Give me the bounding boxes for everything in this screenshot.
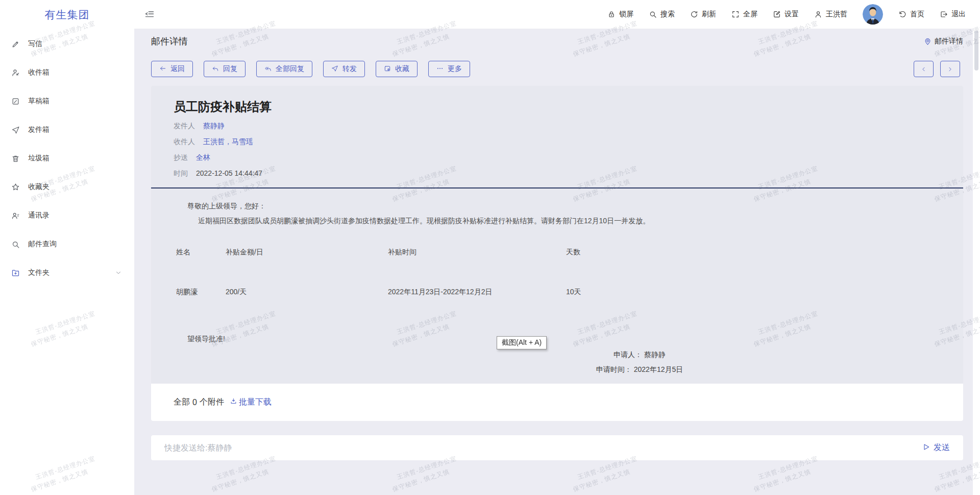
sidebar-item-mail-search[interactable]: 邮件查询: [0, 230, 134, 258]
col-days: 天数: [566, 248, 941, 272]
mail-from-row: 发件人 蔡静静: [174, 118, 941, 134]
attachments-suffix: 个附件: [200, 397, 224, 408]
page-title: 邮件详情: [151, 35, 188, 48]
location-pin-icon: [924, 38, 932, 45]
user-icon: [814, 10, 822, 18]
search-button[interactable]: 搜索: [649, 10, 675, 19]
arrow-left-icon: [159, 65, 166, 74]
sidebar-nav: 写信 收件箱 草稿箱 发件箱 垃圾箱 收藏夹: [0, 30, 134, 287]
forward-button[interactable]: 转发: [323, 61, 365, 77]
mail-cc-row: 抄送 全林: [174, 150, 941, 166]
header-action-label: 退出: [951, 10, 966, 19]
sidebar-item-contacts[interactable]: 通讯录: [0, 201, 134, 230]
favorite-button[interactable]: 收藏: [376, 61, 418, 77]
mail-time-row: 时间 2022-12-05 14:44:47: [174, 166, 941, 181]
screenshot-tooltip: 截图(Alt + A): [497, 336, 547, 349]
current-user-button[interactable]: 王洪哲: [814, 10, 847, 19]
refresh-icon: [690, 10, 698, 18]
quick-send-input[interactable]: [164, 443, 922, 453]
home-button[interactable]: 首页: [898, 10, 924, 19]
button-label: 回复: [223, 64, 237, 74]
quick-send-bar: 发送: [151, 435, 963, 460]
time-label: 时间: [174, 166, 188, 181]
sidebar-item-sent[interactable]: 发件箱: [0, 115, 134, 144]
apply-time-label: 申请时间：: [596, 365, 632, 373]
main-area: 锁屏 搜索 刷新 全屏 设置: [134, 0, 980, 495]
lock-screen-button[interactable]: 锁屏: [607, 10, 633, 19]
contacts-icon: [11, 211, 20, 220]
to-contact-link[interactable]: 王洪哲，马雪瑶: [203, 134, 253, 150]
mail-time-value: 2022-12-05 14:44:47: [196, 166, 262, 181]
table-header-row: 姓名 补贴金额/日 补贴时间 天数: [176, 248, 941, 272]
applicant-label: 申请人：: [614, 350, 642, 359]
header-action-label: 搜索: [660, 10, 675, 19]
header-action-label: 刷新: [702, 10, 716, 19]
next-mail-button[interactable]: [940, 61, 960, 77]
reply-all-button[interactable]: 全部回复: [256, 61, 312, 77]
from-label: 发件人: [174, 118, 195, 134]
logout-icon: [940, 10, 948, 18]
button-label: 转发: [342, 64, 357, 74]
mail-to-row: 收件人 王洪哲，马雪瑶: [174, 134, 941, 150]
sidebar-item-label: 通讯录: [28, 211, 50, 220]
sidebar-item-label: 收件箱: [28, 68, 50, 77]
sidebar-item-label: 写信: [28, 39, 42, 49]
search-icon: [649, 10, 657, 18]
prev-mail-button[interactable]: [914, 61, 934, 77]
settings-button[interactable]: 设置: [773, 10, 799, 19]
applicant-value: 蔡静静: [644, 350, 666, 359]
mail-greeting: 尊敬的上级领导，您好：: [187, 199, 941, 214]
from-contact-link[interactable]: 蔡静静: [203, 118, 225, 134]
more-button[interactable]: 更多: [428, 61, 470, 77]
breadcrumb: 邮件详情: [924, 37, 963, 46]
cc-contact-link[interactable]: 全林: [196, 150, 210, 166]
cell-amount: 200/天: [226, 272, 388, 297]
pager: [914, 61, 960, 77]
sidebar-item-compose[interactable]: 写信: [0, 30, 134, 58]
sidebar-item-inbox[interactable]: 收件箱: [0, 58, 134, 87]
brand-logo: 有生集团: [0, 0, 134, 30]
applicant-row: 申请人：蔡静静: [553, 347, 726, 362]
attachments-prefix: 全部: [174, 397, 190, 408]
scrollbar-thumb[interactable]: [974, 31, 978, 70]
sidebar-item-drafts[interactable]: 草稿箱: [0, 87, 134, 115]
avatar[interactable]: [863, 4, 883, 25]
mail-detail-card: 员工防疫补贴结算 发件人 蔡静静 收件人 王洪哲，马雪瑶 抄送 全林: [151, 86, 963, 421]
sidebar-item-folders[interactable]: 文件夹: [0, 258, 134, 287]
header-actions: 锁屏 搜索 刷新 全屏 设置: [607, 4, 966, 25]
sidebar-item-trash[interactable]: 垃圾箱: [0, 144, 134, 173]
batch-download-link[interactable]: 批量下载: [230, 397, 272, 408]
header-action-label: 首页: [910, 10, 924, 19]
inbox-person-icon: [11, 68, 20, 77]
apply-time-value: 2022年12月5日: [634, 365, 683, 373]
send-button[interactable]: 发送: [922, 442, 950, 453]
back-button[interactable]: 返回: [151, 61, 193, 77]
header-action-label: 设置: [785, 10, 799, 19]
fullscreen-button[interactable]: 全屏: [731, 10, 757, 19]
top-bar: 锁屏 搜索 刷新 全屏 设置: [134, 0, 980, 29]
lock-icon: [607, 10, 616, 18]
scrollbar-track[interactable]: [973, 29, 980, 495]
reply-button[interactable]: 回复: [204, 61, 246, 77]
header-action-label: 全屏: [743, 10, 757, 19]
app-window: 有生集团 写信 收件箱 草稿箱 发件箱 垃圾箱: [0, 0, 980, 495]
attachments-bar: 全部 0 个附件 批量下载: [151, 384, 963, 421]
draft-icon: [11, 97, 20, 106]
sidebar-item-label: 文件夹: [28, 268, 50, 277]
folder-plus-icon: [11, 269, 20, 277]
logout-button[interactable]: 退出: [940, 10, 966, 19]
applicant-block: 申请人：蔡静静 申请时间：2022年12月5日: [553, 347, 726, 377]
sidebar-item-favorites[interactable]: 收藏夹: [0, 173, 134, 201]
pencil-icon: [11, 40, 20, 49]
header-action-label: 王洪哲: [826, 10, 847, 19]
sidebar-item-label: 草稿箱: [28, 97, 50, 106]
mail-subject: 员工防疫补贴结算: [174, 98, 941, 115]
mail-body: 尊敬的上级领导，您好： 近期福田区数据团队成员胡鹏濠被抽调沙头街道参加疫情数据处…: [151, 188, 963, 384]
page-head: 邮件详情 邮件详情: [151, 29, 963, 48]
paper-plane-icon: [11, 126, 20, 134]
paper-plane-icon: [331, 65, 338, 74]
to-label: 收件人: [174, 134, 195, 150]
refresh-button[interactable]: 刷新: [690, 10, 716, 19]
menu-fold-icon[interactable]: [144, 9, 155, 19]
attachments-count: 0: [192, 398, 197, 407]
